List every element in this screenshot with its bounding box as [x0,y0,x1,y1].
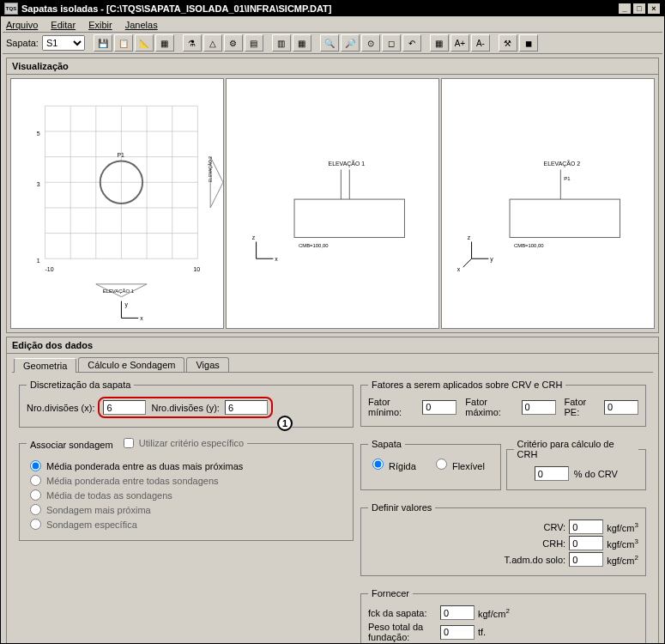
menu-janelas[interactable]: Janelas [125,20,158,30]
fatores-group: Fatores a serem aplicados sobre CRV e CR… [360,380,646,427]
svg-text:5: 5 [37,131,40,137]
zoom-out-icon[interactable]: 🔎 [341,34,360,52]
plan-view-panel: P1 135 -1010 ELEVAÇÃO 2 ELEVAÇÃO 1 y x [10,78,224,329]
font-decrease-icon[interactable]: A- [471,34,490,52]
toolbar-btn-16[interactable]: ▦ [430,34,449,52]
fck-unit: kgf/cm2 [478,607,510,619]
fator-max-label: Fator máximo: [465,397,512,417]
radio-especifica[interactable] [30,519,41,530]
sapata-type-legend: Sapata [368,439,405,449]
radio-flexivel[interactable] [436,459,447,470]
zoom-fit-icon[interactable]: ⊙ [361,34,380,52]
minimize-button[interactable]: _ [618,3,632,15]
crh-unit: % do CRV [574,469,618,479]
peso-input[interactable] [440,625,475,640]
ny-input[interactable] [225,400,268,415]
svg-rect-30 [294,199,404,237]
svg-text:3: 3 [37,181,40,187]
menu-exibir[interactable]: Exibir [88,20,112,30]
zoom-prev-icon[interactable]: ↶ [402,34,421,52]
elevation1-panel: ELEVAÇÃO 1 CMB=100,00 x z [226,78,439,329]
utilizar-criterio-label: Utilizar critério específico [139,438,244,448]
save-icon[interactable]: 💾 [94,34,112,52]
highlight-ring: Nro.divisões (y): [98,397,272,418]
radio-media-todas-pond[interactable] [30,475,41,486]
edicao-section: Edição dos dados Geometria Cálculo e Son… [6,337,659,644]
radio-rigida[interactable] [372,459,384,470]
crv-input[interactable] [569,519,603,534]
radio-mais-proxima[interactable] [30,504,41,515]
svg-text:x: x [275,256,278,262]
svg-text:x: x [457,266,461,272]
menu-editar[interactable]: Editar [51,20,76,30]
fator-max-input[interactable] [522,400,556,415]
toolbar-btn-3[interactable]: 📐 [135,34,154,52]
toolbar-btn-6[interactable]: △ [203,34,222,52]
toolbar-btn-8[interactable]: ▤ [245,34,263,52]
fck-input[interactable] [440,605,475,620]
toolbar-btn-9[interactable]: ▥ [272,34,291,52]
crv-unit: kgf/cm3 [607,521,638,533]
sapata-select[interactable]: S1 [42,35,85,51]
crh-input[interactable] [569,536,603,550]
fornecer-group: Fornecer fck da sapata: kgf/cm2 Peso tot… [360,588,646,644]
menu-arquivo[interactable]: Arquivo [6,20,38,30]
elev1-label: ELEVAÇÃO 1 [329,160,366,167]
sapata-label: Sapata: [6,38,39,48]
radio-media-duas[interactable] [30,460,41,471]
elevation2-panel: ELEVAÇÃO 2 P1 CMB=100,00 y z x [441,78,655,329]
annotation-1: 1 [277,416,293,431]
toolbar: Sapata: S1 💾 📋 📐 ▦ ⚗ △ ⚙ ▤ ▥ ▦ 🔍 🔎 ⊙ ◻ ↶… [3,33,662,54]
toolbar-btn-19[interactable]: ⚒ [499,34,517,52]
peso-label: Peso total da fundação: [368,622,437,642]
tadm-label: T.adm.do solo: [497,555,565,565]
fatores-legend: Fatores a serem aplicados sobre CRV e CR… [368,380,565,390]
fator-pe-label: Fator PE: [565,397,596,417]
criterio-crh-legend: Critério para cálculo de CRH [514,439,639,459]
discretizacao-legend: Discretização da sapata [27,380,134,390]
svg-text:ELEVAÇÃO 2: ELEVAÇÃO 2 [208,156,213,183]
zoom-in-icon[interactable]: 🔍 [320,34,339,52]
menubar: Arquivo Editar Exibir Janelas [3,18,662,33]
svg-rect-38 [510,199,620,237]
nx-input[interactable] [103,400,146,415]
tab-vigas[interactable]: Vigas [186,357,228,372]
svg-text:10: 10 [193,266,200,272]
toolbar-btn-4[interactable]: ▦ [155,34,174,52]
crv-label: CRV: [497,522,565,532]
tab-calculo-sondagem[interactable]: Cálculo e Sondagem [78,357,184,372]
toolbar-btn-7[interactable]: ⚙ [224,34,243,52]
edicao-title: Edição dos dados [7,337,658,354]
utilizar-criterio-checkbox[interactable] [124,438,134,448]
visualizacao-section: Visualização P1 135 [6,58,659,333]
svg-text:1: 1 [37,258,40,264]
tabs: Geometria Cálculo e Sondagem Vigas [7,354,658,372]
radio-media-todas[interactable] [30,489,41,501]
font-increase-icon[interactable]: A+ [450,34,469,52]
fornecer-legend: Fornecer [368,588,413,598]
app-icon: TQS [4,3,18,15]
fator-pe-input[interactable] [604,400,638,415]
maximize-button[interactable]: □ [632,3,646,15]
close-button[interactable]: × [647,3,661,15]
toolbar-btn-2[interactable]: 📋 [114,34,133,52]
definir-valores-group: Definir valores CRV: kgf/cm3 CRH: kgf/cm… [360,502,646,576]
svg-text:x: x [140,315,143,321]
zoom-window-icon[interactable]: ◻ [382,34,401,52]
svg-text:z: z [468,234,471,240]
svg-text:P1: P1 [564,176,570,181]
discretizacao-group: Discretização da sapata Nro.divisões (x)… [19,380,354,428]
toolbar-btn-5[interactable]: ⚗ [183,34,202,52]
toolbar-btn-20[interactable]: ◼ [519,34,538,52]
tadm-input[interactable] [569,552,603,567]
svg-text:CMB=100,00: CMB=100,00 [514,243,544,248]
tab-geometria[interactable]: Geometria [14,358,76,373]
svg-text:-10: -10 [45,266,54,272]
elev2-label: ELEVAÇÃO 2 [544,160,581,167]
crh-percent-input[interactable] [535,466,569,481]
fator-min-input[interactable] [422,400,456,415]
crh-label: CRH: [497,538,565,549]
toolbar-btn-10[interactable]: ▦ [293,34,311,52]
pillar-label: P1 [118,152,125,158]
svg-line-44 [463,258,472,267]
